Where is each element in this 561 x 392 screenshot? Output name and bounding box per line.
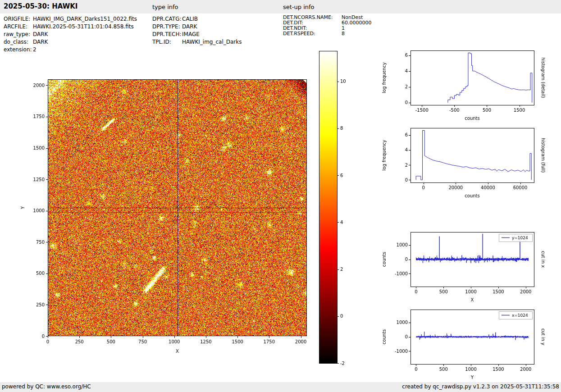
header-bar: 2025-05-30: HAWKI type info set-up info [0, 0, 561, 14]
meta-key: DPR.TYPE: [152, 23, 182, 31]
footer-created-by: created by qc_rawdisp.py v1.2.3 on 2025-… [402, 383, 559, 390]
type-info-list: DPR.CATG:CALIBDPR.TYPE:DARKDPR.TECH:IMAG… [152, 15, 242, 46]
meta-key: ARCFILE: [4, 23, 33, 31]
footer-bar: powered by QC: www.eso.org/HC created by… [0, 382, 561, 392]
meta-key: raw_type: [4, 31, 33, 38]
meta-key: DPR.TECH: [152, 31, 182, 38]
meta-value: DARK [33, 31, 48, 38]
meta-value: IMAGE [182, 31, 200, 38]
meta-key: DET.RSPEED: [283, 31, 342, 36]
meta-row: DPR.CATG:CALIB [152, 15, 242, 23]
meta-key: DPR.CATG: [152, 15, 182, 23]
meta-row: ARCFILE:HAWKI.2025-05-31T11:01:04.858.fi… [4, 23, 137, 31]
meta-value: HAWKI_IMG_DARK_Darks151_0022.fits [33, 15, 137, 23]
meta-value: DARK [182, 23, 197, 31]
meta-row: DET.RSPEED:8 [283, 31, 371, 36]
meta-value: HAWKI.2025-05-31T11:01:04.858.fits [33, 23, 134, 31]
meta-row: ORIGFILE:HAWKI_IMG_DARK_Darks151_0022.fi… [4, 15, 137, 23]
meta-value: 60.0000000 [342, 20, 371, 26]
cut-in-x-plot-canvas [379, 227, 552, 305]
type-info-label: type info [152, 4, 178, 10]
footer-powered-by: powered by QC: www.eso.org/HC [2, 383, 91, 390]
setup-info-list: DET.NCORRS.NAME:NonDestDET.DIT:60.000000… [283, 15, 371, 36]
meta-value: 8 [342, 31, 345, 36]
main-dark-frame-figure-canvas [14, 43, 360, 367]
meta-key: ORIGFILE: [4, 15, 33, 23]
meta-value: CALIB [182, 15, 198, 23]
setup-info-label: set-up info [283, 4, 315, 10]
cut-in-y-plot-canvas [379, 304, 552, 382]
page-title: 2025-05-30: HAWKI [4, 2, 78, 10]
histogram-detail-plot-canvas [379, 45, 552, 124]
meta-row: DPR.TECH:IMAGE [152, 31, 242, 38]
histogram-full-plot-canvas [379, 123, 552, 201]
meta-row: raw_type:DARK [4, 31, 137, 38]
qc-report-page: 2025-05-30: HAWKI type info set-up info … [0, 0, 561, 392]
meta-row: DPR.TYPE:DARK [152, 23, 242, 31]
